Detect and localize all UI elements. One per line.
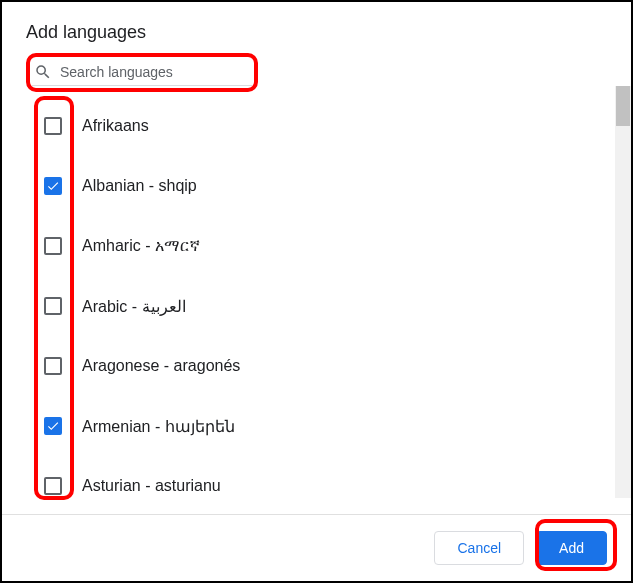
language-item[interactable]: Arabic - العربية <box>44 276 621 336</box>
language-checkbox[interactable] <box>44 477 62 495</box>
dialog-title: Add languages <box>2 22 631 53</box>
search-input[interactable] <box>60 64 250 80</box>
language-checkbox[interactable] <box>44 237 62 255</box>
language-checkbox[interactable] <box>44 297 62 315</box>
language-label: Armenian - հայերեն <box>82 417 235 436</box>
checkbox-unchecked-icon[interactable] <box>44 297 62 315</box>
scrollbar-track[interactable] <box>615 86 631 498</box>
checkbox-unchecked-icon[interactable] <box>44 117 62 135</box>
search-field[interactable] <box>32 59 252 86</box>
cancel-button[interactable]: Cancel <box>434 531 524 565</box>
language-label: Afrikaans <box>82 117 149 135</box>
language-label: Amharic - አማርኛ <box>82 237 200 255</box>
language-label: Aragonese - aragonés <box>82 357 240 375</box>
language-item[interactable]: Aragonese - aragonés <box>44 336 621 396</box>
language-checkbox[interactable] <box>44 357 62 375</box>
checkbox-checked-icon[interactable] <box>44 417 62 435</box>
checkbox-checked-icon[interactable] <box>44 177 62 195</box>
language-checkbox[interactable] <box>44 117 62 135</box>
scrollbar-thumb[interactable] <box>616 86 630 126</box>
checkbox-unchecked-icon[interactable] <box>44 357 62 375</box>
language-item[interactable]: Amharic - አማርኛ <box>44 216 621 276</box>
dialog-footer: Cancel Add <box>2 514 631 581</box>
language-checkbox[interactable] <box>44 177 62 195</box>
language-item[interactable]: Albanian - shqip <box>44 156 621 216</box>
checkbox-unchecked-icon[interactable] <box>44 477 62 495</box>
search-field-highlight <box>26 53 258 92</box>
language-label: Arabic - العربية <box>82 297 186 316</box>
language-checkbox[interactable] <box>44 417 62 435</box>
language-item[interactable]: Afrikaans <box>44 96 621 156</box>
language-item[interactable]: Asturian - asturianu <box>44 456 621 514</box>
language-label: Asturian - asturianu <box>82 477 221 495</box>
language-list-scroll[interactable]: AfrikaansAlbanian - shqipAmharic - አማርኛA… <box>2 96 621 514</box>
language-label: Albanian - shqip <box>82 177 197 195</box>
language-list: AfrikaansAlbanian - shqipAmharic - አማርኛA… <box>44 96 621 514</box>
search-icon <box>34 63 52 81</box>
language-list-area: AfrikaansAlbanian - shqipAmharic - አማርኛA… <box>2 96 621 514</box>
add-button[interactable]: Add <box>536 531 607 565</box>
language-item[interactable]: Armenian - հայերեն <box>44 396 621 456</box>
add-languages-dialog: Add languages AfrikaansAlbanian - shqipA… <box>2 2 631 581</box>
checkbox-unchecked-icon[interactable] <box>44 237 62 255</box>
